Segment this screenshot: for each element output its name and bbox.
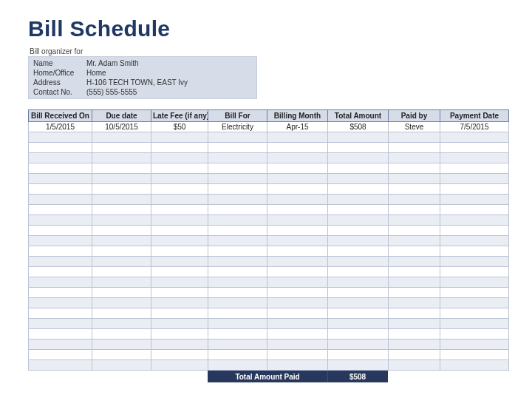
cell-due[interactable] xyxy=(92,329,151,340)
cell-month[interactable] xyxy=(267,215,328,226)
cell-payment_date[interactable] xyxy=(440,288,509,298)
cell-month[interactable] xyxy=(267,267,328,277)
cell-late_fee[interactable] xyxy=(151,163,208,174)
cell-amount[interactable] xyxy=(328,184,389,195)
cell-for[interactable] xyxy=(208,360,267,371)
cell-due[interactable] xyxy=(92,360,151,371)
cell-amount[interactable] xyxy=(328,143,389,153)
organizer-contact-value[interactable]: (555) 555-5555 xyxy=(86,87,252,97)
cell-paid_by[interactable] xyxy=(389,132,440,143)
cell-due[interactable] xyxy=(92,132,151,143)
cell-due[interactable] xyxy=(92,205,151,215)
cell-for[interactable] xyxy=(208,288,267,298)
cell-paid_by[interactable] xyxy=(389,277,440,288)
cell-amount[interactable] xyxy=(328,153,389,163)
cell-payment_date[interactable] xyxy=(440,277,509,288)
cell-for[interactable] xyxy=(208,184,267,195)
cell-late_fee[interactable] xyxy=(151,257,208,267)
cell-due[interactable] xyxy=(92,195,151,205)
cell-received[interactable] xyxy=(29,205,92,215)
cell-month[interactable] xyxy=(267,298,328,308)
cell-paid_by[interactable] xyxy=(389,308,440,319)
cell-amount[interactable] xyxy=(328,277,389,288)
cell-due[interactable] xyxy=(92,298,151,308)
cell-payment_date[interactable] xyxy=(440,153,509,163)
cell-amount[interactable] xyxy=(328,267,389,277)
cell-payment_date[interactable] xyxy=(440,215,509,226)
cell-received[interactable] xyxy=(29,267,92,277)
cell-amount[interactable] xyxy=(328,195,389,205)
cell-payment_date[interactable] xyxy=(440,195,509,205)
cell-payment_date[interactable] xyxy=(440,132,509,143)
cell-amount[interactable] xyxy=(328,308,389,319)
cell-late_fee[interactable] xyxy=(151,329,208,340)
cell-due[interactable] xyxy=(92,257,151,267)
cell-received[interactable] xyxy=(29,350,92,360)
cell-amount[interactable]: $508 xyxy=(328,122,389,132)
cell-amount[interactable] xyxy=(328,246,389,257)
cell-payment_date[interactable] xyxy=(440,319,509,329)
cell-paid_by[interactable] xyxy=(389,236,440,246)
cell-paid_by[interactable] xyxy=(389,174,440,184)
cell-paid_by[interactable]: Steve xyxy=(389,122,440,132)
cell-due[interactable] xyxy=(92,215,151,226)
cell-due[interactable] xyxy=(92,277,151,288)
cell-for[interactable] xyxy=(208,143,267,153)
cell-late_fee[interactable] xyxy=(151,340,208,350)
cell-received[interactable] xyxy=(29,132,92,143)
cell-late_fee[interactable] xyxy=(151,267,208,277)
cell-for[interactable] xyxy=(208,195,267,205)
cell-month[interactable] xyxy=(267,350,328,360)
cell-payment_date[interactable] xyxy=(440,267,509,277)
cell-month[interactable] xyxy=(267,277,328,288)
cell-late_fee[interactable] xyxy=(151,132,208,143)
cell-for[interactable] xyxy=(208,215,267,226)
cell-for[interactable] xyxy=(208,340,267,350)
cell-paid_by[interactable] xyxy=(389,163,440,174)
cell-month[interactable] xyxy=(267,360,328,371)
cell-late_fee[interactable] xyxy=(151,288,208,298)
cell-received[interactable] xyxy=(29,215,92,226)
cell-received[interactable] xyxy=(29,236,92,246)
cell-due[interactable] xyxy=(92,163,151,174)
cell-received[interactable] xyxy=(29,277,92,288)
cell-for[interactable] xyxy=(208,267,267,277)
cell-for[interactable] xyxy=(208,236,267,246)
cell-paid_by[interactable] xyxy=(389,153,440,163)
cell-paid_by[interactable] xyxy=(389,350,440,360)
cell-received[interactable] xyxy=(29,143,92,153)
cell-payment_date[interactable] xyxy=(440,184,509,195)
cell-payment_date[interactable] xyxy=(440,226,509,236)
cell-late_fee[interactable] xyxy=(151,298,208,308)
organizer-name-value[interactable]: Mr. Adam Smith xyxy=(86,58,252,68)
cell-month[interactable] xyxy=(267,174,328,184)
cell-amount[interactable] xyxy=(328,226,389,236)
cell-received[interactable] xyxy=(29,288,92,298)
cell-payment_date[interactable] xyxy=(440,143,509,153)
cell-paid_by[interactable] xyxy=(389,195,440,205)
cell-paid_by[interactable] xyxy=(389,184,440,195)
cell-paid_by[interactable] xyxy=(389,267,440,277)
cell-payment_date[interactable] xyxy=(440,236,509,246)
cell-received[interactable] xyxy=(29,195,92,205)
cell-late_fee[interactable] xyxy=(151,308,208,319)
cell-received[interactable] xyxy=(29,153,92,163)
cell-amount[interactable] xyxy=(328,329,389,340)
cell-late_fee[interactable] xyxy=(151,205,208,215)
cell-paid_by[interactable] xyxy=(389,360,440,371)
cell-paid_by[interactable] xyxy=(389,340,440,350)
cell-month[interactable] xyxy=(267,246,328,257)
cell-late_fee[interactable] xyxy=(151,226,208,236)
cell-received[interactable] xyxy=(29,174,92,184)
cell-late_fee[interactable] xyxy=(151,215,208,226)
cell-amount[interactable] xyxy=(328,236,389,246)
cell-due[interactable] xyxy=(92,319,151,329)
cell-paid_by[interactable] xyxy=(389,215,440,226)
cell-month[interactable] xyxy=(267,205,328,215)
cell-amount[interactable] xyxy=(328,205,389,215)
cell-late_fee[interactable] xyxy=(151,195,208,205)
cell-received[interactable] xyxy=(29,226,92,236)
cell-for[interactable] xyxy=(208,329,267,340)
cell-month[interactable] xyxy=(267,163,328,174)
cell-due[interactable] xyxy=(92,288,151,298)
